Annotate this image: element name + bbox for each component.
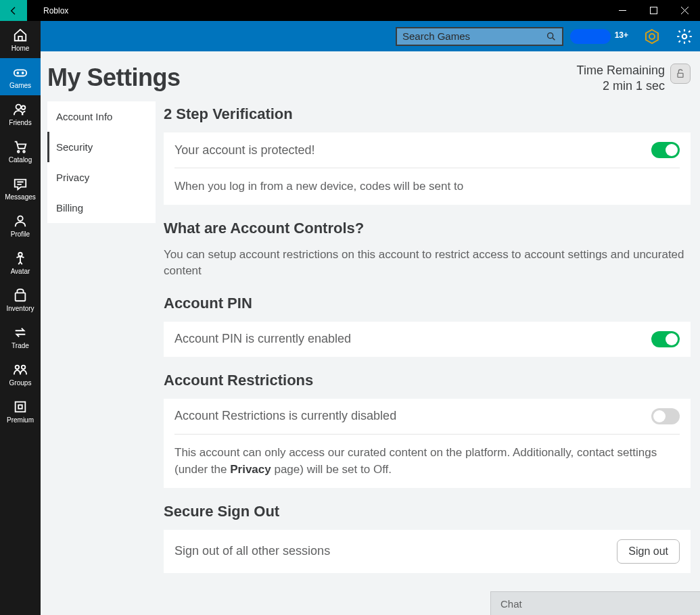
age-pill[interactable]	[570, 29, 611, 44]
svg-point-15	[548, 32, 553, 38]
pin-lock-button[interactable]	[670, 64, 691, 84]
svg-point-6	[18, 151, 20, 153]
controls-title: What are Account Controls?	[164, 220, 691, 237]
restrictions-note: This account can only access our curated…	[174, 444, 680, 478]
sidebar-item-home[interactable]: Home	[0, 21, 41, 58]
tab-account-info[interactable]: Account Info	[47, 101, 156, 132]
robux-button[interactable]	[643, 28, 661, 45]
pin-toggle[interactable]	[651, 331, 680, 347]
svg-point-8	[18, 216, 22, 221]
svg-rect-10	[16, 293, 26, 301]
avatar-icon	[12, 250, 28, 266]
sidebar-item-label: Groups	[9, 379, 32, 387]
two-step-status: Your account is protected!	[174, 143, 651, 157]
svg-point-4	[16, 105, 21, 109]
tab-security[interactable]: Security	[47, 132, 156, 162]
sidebar-item-trade[interactable]: Trade	[0, 318, 41, 355]
sidebar-item-label: Avatar	[11, 268, 30, 275]
premium-icon	[12, 399, 28, 415]
svg-rect-19	[678, 73, 683, 77]
topbar: 13+	[41, 21, 700, 51]
messages-icon	[12, 176, 28, 192]
trade-icon	[12, 324, 28, 341]
sidebar-item-messages[interactable]: Messages	[0, 170, 41, 207]
privacy-link[interactable]: Privacy	[230, 463, 271, 476]
svg-rect-14	[18, 405, 22, 409]
age-label: 13+	[615, 30, 628, 40]
svg-rect-1	[14, 70, 26, 76]
sidebar-item-profile[interactable]: Profile	[0, 207, 41, 244]
signout-card: Sign out of all other sessions Sign out	[164, 530, 691, 573]
catalog-icon	[12, 139, 28, 155]
svg-point-2	[17, 72, 18, 74]
svg-marker-16	[646, 30, 658, 43]
svg-point-5	[22, 106, 26, 110]
search-input-wrap[interactable]	[396, 27, 563, 46]
svg-point-17	[649, 34, 655, 39]
svg-rect-0	[650, 7, 657, 14]
signout-button[interactable]: Sign out	[617, 539, 680, 564]
sidebar-item-label: Premium	[7, 416, 34, 424]
sidebar-item-catalog[interactable]: Catalog	[0, 132, 41, 170]
sidebar-item-groups[interactable]: Groups	[0, 355, 41, 393]
time-remaining-label: Time Remaining	[577, 64, 665, 78]
pin-card: Account PIN is currently enabled	[164, 322, 691, 357]
sidebar-item-label: Inventory	[6, 305, 34, 312]
settings-tabs: Account Info Security Privacy Billing	[47, 101, 156, 223]
controls-desc: You can setup account restrictions on th…	[164, 247, 691, 280]
sidebar-item-label: Messages	[5, 193, 36, 201]
unlock-icon	[675, 68, 686, 79]
sidebar-item-games[interactable]: Games	[0, 58, 41, 95]
page-title: My Settings	[47, 64, 181, 92]
sidebar-item-label: Games	[9, 82, 31, 89]
sidebar-item-label: Trade	[11, 342, 29, 349]
pin-status: Account PIN is currently enabled	[174, 332, 651, 346]
minimize-icon	[619, 7, 626, 14]
sidebar-item-inventory[interactable]: Inventory	[0, 281, 41, 318]
svg-point-7	[23, 151, 25, 153]
svg-point-3	[22, 72, 24, 74]
two-step-title: 2 Step Verification	[164, 105, 691, 123]
maximize-icon	[650, 7, 657, 14]
sidebar-item-label: Friends	[9, 119, 31, 126]
sidebar-item-avatar[interactable]: Avatar	[0, 244, 41, 281]
sidebar-item-premium[interactable]: Premium	[0, 393, 41, 430]
window-titlebar: Roblox	[0, 0, 700, 21]
sidebar: Home Games Friends Catalog Messages Prof…	[0, 21, 41, 615]
restrictions-toggle[interactable]	[651, 408, 680, 424]
close-icon	[681, 7, 689, 14]
robux-icon	[644, 28, 660, 45]
chat-tray[interactable]: Chat	[490, 591, 700, 615]
gear-icon	[676, 28, 693, 45]
friends-icon	[12, 101, 28, 118]
search-input[interactable]	[402, 30, 546, 42]
time-remaining: Time Remaining 2 min 1 sec	[577, 64, 665, 93]
svg-point-11	[16, 366, 20, 370]
app-title: Roblox	[27, 6, 68, 16]
tab-privacy[interactable]: Privacy	[47, 162, 156, 193]
home-icon	[12, 27, 28, 43]
games-icon	[12, 64, 28, 80]
two-step-toggle[interactable]	[651, 142, 680, 158]
signout-title: Secure Sign Out	[164, 503, 691, 520]
window-close-button[interactable]	[669, 0, 700, 21]
inventory-icon	[12, 287, 28, 303]
back-button[interactable]	[0, 0, 27, 21]
restrictions-card: Account Restrictions is currently disabl…	[164, 399, 691, 488]
pin-title: Account PIN	[164, 295, 691, 312]
svg-point-12	[22, 366, 26, 370]
sidebar-item-label: Catalog	[9, 156, 32, 164]
window-minimize-button[interactable]	[607, 0, 638, 21]
two-step-card: Your account is protected! When you log …	[164, 132, 691, 205]
time-remaining-value: 2 min 1 sec	[577, 79, 665, 93]
signout-text: Sign out of all other sessions	[174, 544, 617, 558]
sidebar-item-friends[interactable]: Friends	[0, 95, 41, 132]
svg-point-18	[682, 34, 687, 39]
settings-button[interactable]	[676, 28, 693, 45]
two-step-note: When you log in from a new device, codes…	[174, 178, 680, 195]
svg-rect-13	[16, 402, 26, 412]
arrow-left-icon	[8, 5, 19, 16]
window-maximize-button[interactable]	[638, 0, 669, 21]
tab-billing[interactable]: Billing	[47, 193, 156, 223]
chat-label: Chat	[500, 598, 522, 610]
